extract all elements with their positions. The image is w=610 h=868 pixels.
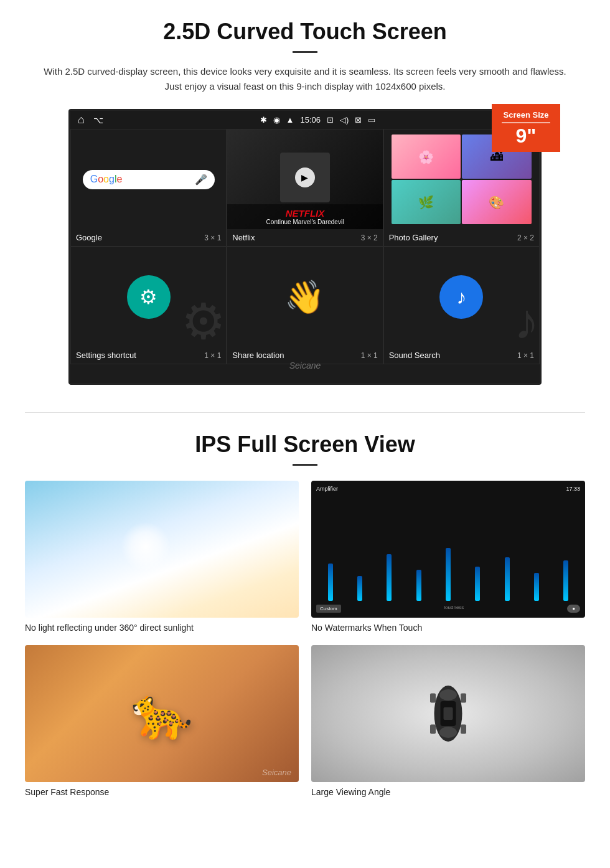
settings-cell[interactable]: ⚙ ⚙ Settings shortcut 1 × 1 <box>70 247 227 364</box>
hand-google-icon: 👋 <box>284 278 325 316</box>
google-app-name: Google <box>76 233 102 242</box>
car-wheel-rl <box>430 725 436 734</box>
ips-title-underline <box>293 464 317 466</box>
eq-bar-7 <box>505 557 510 601</box>
eq-bar-group-1 <box>316 564 344 601</box>
eq-amplifier-label: Amplifier <box>316 486 338 492</box>
curved-title: 2.5D Curved Touch Screen <box>37 19 573 45</box>
cheetah-icon: 🐆 <box>131 684 193 743</box>
sound-search-label-row: Sound Search 1 × 1 <box>384 347 539 364</box>
ips-sunlight-image <box>25 481 299 618</box>
title-underline <box>293 51 317 53</box>
usb-icon: ⌥ <box>93 115 103 125</box>
section-divider <box>25 412 585 413</box>
eq-bar-group-5 <box>434 548 462 601</box>
netflix-label-row: Netflix 3 × 2 <box>227 229 382 246</box>
photo-thumb-abstract: 🎨 <box>462 180 531 224</box>
netflix-subtitle: Continue Marvel's Daredevil <box>232 219 377 225</box>
x-icon: ⊠ <box>355 115 362 125</box>
car-caption: Large Viewing Angle <box>311 787 585 797</box>
google-g-red2: e <box>116 174 122 184</box>
eq-footer: Custom loudness ● <box>316 603 580 613</box>
google-label-row: Google 3 × 1 <box>71 229 226 246</box>
sound-search-inner: ♪ ♪ <box>384 247 539 347</box>
settings-label-row: Settings shortcut 1 × 1 <box>71 347 226 364</box>
badge-label: Screen Size <box>502 110 550 120</box>
cheetah-caption: Super Fast Response <box>25 787 299 797</box>
ips-cheetah-item: 🐆 Seicane Super Fast Response <box>25 645 299 797</box>
share-location-inner: 👋 <box>227 247 382 347</box>
sound-search-cell[interactable]: ♪ ♪ Sound Search 1 × 1 <box>383 247 540 364</box>
photo-label-row: Photo Gallery 2 × 2 <box>384 229 539 246</box>
eq-bar-6 <box>475 567 480 601</box>
share-location-cell[interactable]: 👋 Share location 1 × 1 <box>227 247 383 364</box>
status-bar-left: ⌂ ⌥ <box>78 113 103 126</box>
eq-bar-4 <box>416 570 421 601</box>
watermark-row: Seicane <box>70 364 540 383</box>
settings-icon: ⚙ <box>127 275 171 319</box>
eq-bar-3 <box>387 554 392 601</box>
google-g-red: o <box>98 174 103 184</box>
car-background <box>311 645 585 782</box>
eq-loudness-label: loudness <box>444 605 464 613</box>
sun-glare <box>121 522 171 572</box>
eq-custom-btn[interactable]: Custom <box>316 605 341 613</box>
eq-bar-group-3 <box>375 554 403 601</box>
sound-search-app-size: 1 × 1 <box>517 351 534 360</box>
sound-search-app-name: Sound Search <box>389 351 440 360</box>
ips-sunlight-item: No light reflecting under 360° direct su… <box>25 481 299 633</box>
eq-bar-group-2 <box>345 576 373 601</box>
settings-bg-pattern: ⚙ <box>181 297 226 347</box>
settings-app-size: 1 × 1 <box>204 351 221 360</box>
eq-bar-group-6 <box>464 567 492 601</box>
share-location-app-size: 1 × 1 <box>361 351 378 360</box>
music-note-icon: ♪ <box>456 286 466 309</box>
netflix-cell[interactable]: ▶ NETFLIX Continue Marvel's Daredevil Ne… <box>227 129 383 247</box>
status-bar-center: ✱ ◉ ▲ 15:06 ⊡ ◁) ⊠ ▭ <box>260 115 376 125</box>
eq-header: Amplifier 17:33 <box>316 486 580 492</box>
car-windshield-front <box>439 689 457 701</box>
google-g-blue: G <box>90 174 98 184</box>
car-wheel-rr <box>461 725 466 734</box>
eq-bar-group-9 <box>552 560 580 601</box>
play-button[interactable]: ▶ <box>295 167 315 187</box>
eq-toggle[interactable]: ● <box>567 605 580 613</box>
time-display: 15:06 <box>300 115 321 125</box>
eq-bar-2 <box>357 576 362 601</box>
photo-app-name: Photo Gallery <box>389 233 438 242</box>
section-ips: IPS Full Screen View No light reflecting… <box>0 425 610 816</box>
eq-bar-5 <box>446 548 451 601</box>
home-icon[interactable]: ⌂ <box>78 113 85 126</box>
share-location-content: 👋 <box>227 247 382 347</box>
ips-grid: No light reflecting under 360° direct su… <box>25 481 585 797</box>
eq-time: 17:33 <box>566 486 580 492</box>
screen-size-badge: Screen Size 9" <box>492 104 560 152</box>
seicane-watermark: Seicane <box>262 768 291 777</box>
google-logo: Google <box>90 174 123 185</box>
eq-bars-container <box>316 494 580 603</box>
status-bar: ⌂ ⌥ ✱ ◉ ▲ 15:06 ⊡ ◁) ⊠ ▭ <box>70 111 540 129</box>
window-icon: ▭ <box>368 115 375 125</box>
location-icon: ◉ <box>273 115 280 125</box>
eq-bar-group-7 <box>493 557 521 601</box>
car-top-view-svg <box>398 676 498 751</box>
google-cell[interactable]: Google 🎤 Google 3 × 1 <box>70 129 227 247</box>
bluetooth-icon: ✱ <box>260 115 267 125</box>
volume-icon: ◁) <box>340 115 349 125</box>
eq-bar-group-4 <box>405 570 433 601</box>
eq-bar-group-8 <box>522 573 550 601</box>
app-grid-row2: ⚙ ⚙ Settings shortcut 1 × 1 👋 <box>70 247 540 364</box>
ips-cheetah-image: 🐆 Seicane <box>25 645 299 782</box>
curved-description: With 2.5D curved-display screen, this de… <box>37 64 573 94</box>
photo-thumb-flower: 🌸 <box>392 134 461 179</box>
settings-cell-inner: ⚙ ⚙ <box>71 247 226 347</box>
netflix-background: ▶ NETFLIX Continue Marvel's Daredevil <box>227 130 382 229</box>
google-mic-icon[interactable]: 🎤 <box>195 174 207 186</box>
google-app-size: 3 × 1 <box>204 234 221 242</box>
photo-thumb-nature: 🌿 <box>392 180 461 224</box>
google-search-bar[interactable]: Google 🎤 <box>83 170 215 189</box>
netflix-app-size: 3 × 2 <box>361 234 378 242</box>
app-grid-row1: Google 🎤 Google 3 × 1 <box>70 129 540 247</box>
netflix-logo: NETFLIX <box>232 208 377 219</box>
device-screen: ⌂ ⌥ ✱ ◉ ▲ 15:06 ⊡ ◁) ⊠ ▭ <box>68 109 542 385</box>
